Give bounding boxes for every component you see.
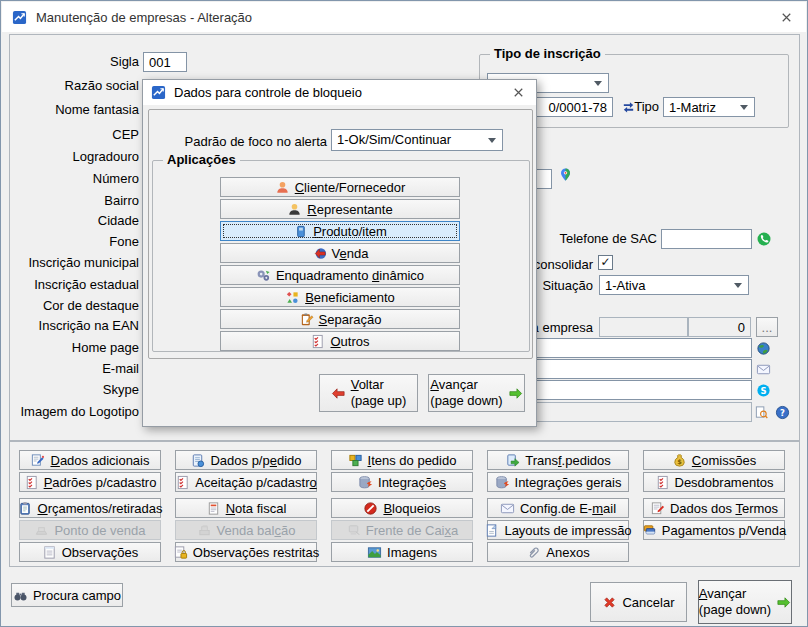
grid-button-15[interactable]: Dados dos Termos (643, 498, 785, 518)
grid-button-label: Bloqueios (383, 501, 440, 516)
dialog-app-button-2[interactable]: Representante (220, 199, 460, 219)
grid-button-12[interactable]: Nota fiscal (175, 498, 317, 518)
cancel-button[interactable]: Cancelar (590, 582, 687, 622)
svg-text:?: ? (780, 408, 785, 418)
grid-button-16[interactable]: Ponto de venda (19, 520, 161, 540)
footer-forward-button[interactable]: Avançar(page down) (698, 580, 792, 624)
main-titlebar: Manutenção de empresas - Alteração (2, 2, 806, 32)
dialog-app-button-6[interactable]: Beneficiamento (220, 287, 460, 307)
dialog-forward-button[interactable]: Avançar(page down) (428, 374, 525, 412)
maps-pin-icon[interactable] (558, 165, 573, 184)
grid-button-23[interactable]: Imagens (331, 542, 473, 562)
grid-button-17[interactable]: Venda balcão (175, 520, 317, 540)
grid-button-18[interactable]: Frente de Caixa (331, 520, 473, 540)
chevron-down-icon (734, 283, 742, 288)
dialog-app-button-7[interactable]: Separação (220, 309, 460, 329)
dialog-app-button-3[interactable]: Produto/item (220, 221, 460, 241)
grid-button-19[interactable]: Layouts de impressão (487, 520, 629, 540)
product-box-icon (293, 224, 308, 239)
preview-icon[interactable] (754, 405, 769, 420)
grid-button-label: Comissões (692, 453, 756, 468)
dialog-app-button-label: Enquadramento dinâmico (276, 268, 424, 283)
grid-button-8[interactable]: Integrações (331, 472, 473, 492)
grid-button-label: Ponto de venda (54, 523, 145, 538)
grid-button-5[interactable]: $Comissões (643, 450, 785, 470)
grid-button-label: Integrações (378, 475, 446, 490)
form-label-16: Skype (11, 382, 139, 397)
form-label-4: CEP (11, 127, 139, 142)
whatsapp-icon[interactable] (756, 231, 772, 247)
dialog-title: Dados para controle de bloqueio (174, 85, 362, 100)
grid-button-10[interactable]: Desdobramentos (643, 472, 785, 492)
grid-button-label: Orçamentos/retiradas (38, 501, 163, 516)
chevron-down-icon (594, 81, 602, 86)
block-control-dialog: Dados para controle de bloqueio Padrão d… (142, 79, 537, 427)
sigla-input[interactable] (143, 52, 187, 72)
dialog-app-button-8[interactable]: Outros (220, 331, 460, 351)
dialog-back-button[interactable]: Voltar(page up) (319, 374, 418, 412)
form-label-7: Bairro (11, 193, 139, 208)
grid-button-label: Itens do pedido (368, 453, 457, 468)
checklist-icon (310, 334, 325, 349)
situacao-combo[interactable]: 1-Ativa (599, 275, 749, 295)
grid-button-label: Venda balcão (217, 523, 296, 538)
dialog-app-button-5[interactable]: Enquadramento dinâmico (220, 265, 460, 285)
grid-button-label: Dados adicionais (50, 453, 149, 468)
dialog-app-button-1[interactable]: Cliente/Fornecedor (220, 177, 460, 197)
sac-input[interactable] (661, 229, 752, 249)
doc-red-icon (206, 501, 221, 516)
dialog-app-button-label: Produto/item (313, 224, 387, 239)
grid-button-20[interactable]: Pagamentos p/Venda (643, 520, 785, 540)
grid-button-14[interactable]: Config.de E-mail (487, 498, 629, 518)
grid-button-label: Transf.pedidos (525, 453, 611, 468)
grid-button-7[interactable]: Aceitação p/cadastro (175, 472, 317, 492)
form-label-13: Inscrição na EAN (11, 318, 139, 333)
form-label-2: Razão social (11, 78, 139, 93)
clipboard-blue-icon (18, 501, 33, 516)
help-icon[interactable]: ? (775, 405, 790, 420)
dialog-close-button[interactable] (508, 83, 528, 103)
dialog-titlebar: Dados para controle de bloqueio (143, 80, 536, 105)
app-logo-icon (12, 10, 27, 25)
note-edit-red-icon (650, 501, 665, 516)
grid-button-4[interactable]: Transf.pedidos (487, 450, 629, 470)
grid-button-label: Aceitação p/cadastro (195, 475, 316, 490)
note-edit-icon (30, 453, 45, 468)
binoculars-icon (13, 588, 28, 603)
dialog-app-button-label: Outros (330, 334, 369, 349)
grid-button-2[interactable]: Dados p/pedido (175, 450, 317, 470)
grid-button-11[interactable]: Orçamentos/retiradas (19, 498, 161, 518)
tipo-value: 1-Matriz (669, 100, 716, 115)
register-gray-icon (197, 523, 212, 538)
empresa-field-2[interactable]: 0 (688, 317, 751, 337)
window-close-button[interactable] (776, 7, 796, 27)
grid-button-13[interactable]: Bloqueios (331, 498, 473, 518)
cancel-x-icon (602, 595, 617, 610)
arrow-right-green-icon (776, 595, 791, 610)
empresa-more-button[interactable]: ... (756, 317, 778, 337)
dialog-app-button-label: Beneficiamento (305, 290, 395, 305)
dialog-app-button-4[interactable]: Venda (220, 243, 460, 263)
tipo-combo[interactable]: 1-Matriz (663, 97, 755, 117)
shapes-icon (285, 290, 300, 305)
grid-button-label: Desdobramentos (675, 475, 774, 490)
grid-button-21[interactable]: Observações (19, 542, 161, 562)
grid-button-22[interactable]: Observações restritas (175, 542, 317, 562)
focus-default-combo[interactable]: 1-Ok/Sim/Continuar (331, 129, 503, 151)
envelope-icon (500, 501, 515, 516)
grid-button-label: Config.de E-mail (520, 501, 616, 516)
grid-button-label: Imagens (387, 545, 437, 560)
grid-button-9[interactable]: Integrações gerais (487, 472, 629, 492)
grid-button-24[interactable]: Anexos (487, 542, 629, 562)
search-field-button[interactable]: Procura campo (11, 583, 123, 607)
grid-button-label: Observações restritas (193, 545, 319, 560)
empresa-field-1[interactable] (599, 317, 688, 337)
gears-icon (256, 268, 271, 283)
grid-button-3[interactable]: Itens do pedido (331, 450, 473, 470)
paperclip-icon (526, 545, 541, 560)
consolidar-checkbox[interactable]: ✓ (598, 255, 613, 270)
grid-button-1[interactable]: Dados adicionais (19, 450, 161, 470)
empresa-value: 0 (738, 320, 745, 335)
grid-button-6[interactable]: Padrões p/cadastro (19, 472, 161, 492)
grid-button-label: Anexos (546, 545, 589, 560)
